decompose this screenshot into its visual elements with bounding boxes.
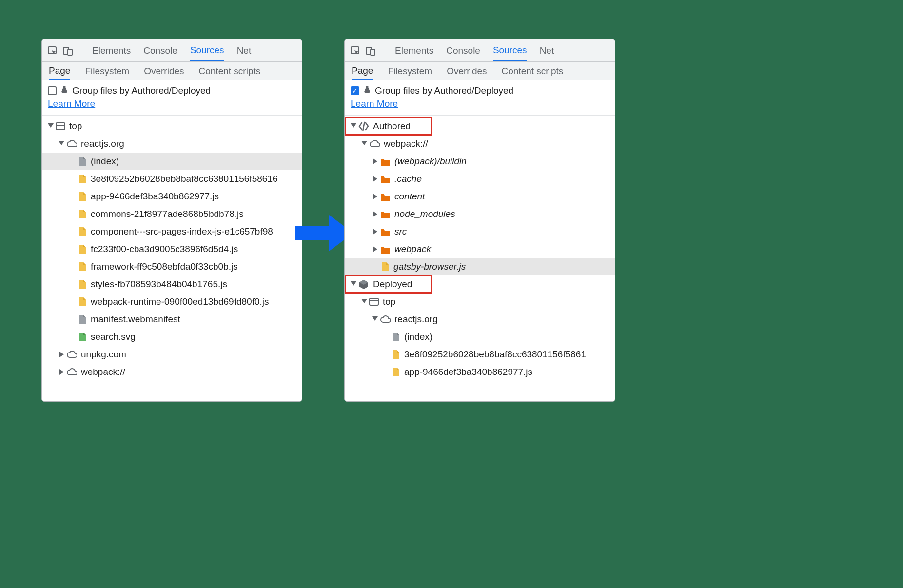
device-toggle-icon[interactable] bbox=[62, 45, 73, 56]
tree-file-index[interactable]: (index) bbox=[345, 328, 615, 346]
tree-label: unpkg.com bbox=[81, 349, 126, 360]
tree-file[interactable]: commons-21f8977ade868b5bdb78.js bbox=[42, 205, 302, 223]
subtab-filesystem[interactable]: Filesystem bbox=[85, 62, 129, 80]
tree-label: Deployed bbox=[373, 279, 412, 290]
tab-network-truncated[interactable]: Net bbox=[540, 39, 554, 61]
file-icon bbox=[77, 296, 87, 307]
separator bbox=[79, 45, 79, 56]
tree-label: component---src-pages-index-js-e1c657bf9… bbox=[91, 226, 273, 237]
folder-icon bbox=[380, 174, 391, 184]
tree-label: top bbox=[383, 296, 395, 307]
group-files-label: Group files by Authored/Deployed bbox=[375, 84, 513, 98]
learn-more-link[interactable]: Learn More bbox=[48, 98, 95, 109]
file-icon bbox=[77, 261, 87, 272]
device-toggle-icon[interactable] bbox=[365, 45, 376, 56]
tree-file-manifest[interactable]: manifest.webmanifest bbox=[42, 311, 302, 328]
group-files-checkbox[interactable] bbox=[48, 86, 57, 95]
tree-file[interactable]: component---src-pages-index-js-e1c657bf9… bbox=[42, 223, 302, 240]
inspect-icon[interactable] bbox=[350, 45, 360, 56]
learn-more-link[interactable]: Learn More bbox=[351, 98, 398, 109]
folder-icon bbox=[380, 244, 391, 254]
window-icon bbox=[369, 297, 379, 307]
tree-label: search.svg bbox=[91, 332, 136, 342]
tree-domain[interactable]: reactjs.org bbox=[42, 135, 302, 153]
tree-label: 3e8f09252b6028beb8baf8cc63801156f58616 bbox=[91, 174, 278, 184]
devtools-topbar: Elements Console Sources Net bbox=[42, 39, 302, 62]
subtab-content-scripts[interactable]: Content scripts bbox=[199, 62, 261, 80]
tree-top[interactable]: top bbox=[42, 118, 302, 135]
tree-label: src bbox=[394, 226, 407, 237]
tab-sources[interactable]: Sources bbox=[190, 40, 224, 62]
tab-console[interactable]: Console bbox=[143, 39, 177, 61]
group-deployed[interactable]: Deployed bbox=[345, 275, 432, 293]
chevron-down-icon bbox=[351, 281, 356, 287]
chevron-right-icon bbox=[59, 369, 64, 375]
tree-label: (index) bbox=[404, 332, 432, 342]
tree-label: app-9466def3ba340b862977.js bbox=[91, 191, 219, 202]
folder-icon bbox=[380, 157, 391, 166]
subtab-content-scripts[interactable]: Content scripts bbox=[502, 62, 564, 80]
file-icon bbox=[391, 367, 400, 377]
tree-file[interactable]: framework-ff9c508ebfda0f33cb0b.js bbox=[42, 258, 302, 275]
folder-icon bbox=[380, 192, 391, 201]
tree-label: 3e8f09252b6028beb8baf8cc63801156f5861 bbox=[404, 349, 586, 360]
subtab-page[interactable]: Page bbox=[352, 62, 373, 80]
window-icon bbox=[56, 121, 65, 131]
group-files-label: Group files by Authored/Deployed bbox=[72, 84, 211, 98]
tab-elements[interactable]: Elements bbox=[395, 39, 433, 61]
devtools-topbar: Elements Console Sources Net bbox=[345, 39, 615, 62]
tree-file[interactable]: styles-fb708593b484b04b1765.js bbox=[42, 275, 302, 293]
subtab-overrides[interactable]: Overrides bbox=[447, 62, 487, 80]
tree-folder[interactable]: content bbox=[345, 188, 615, 205]
sources-subbar: Page Filesystem Overrides Content script… bbox=[42, 62, 302, 80]
tree-file-svg[interactable]: search.svg bbox=[42, 328, 302, 346]
chevron-down-icon bbox=[59, 141, 64, 147]
inspect-icon[interactable] bbox=[47, 45, 58, 56]
tree-domain-unpkg[interactable]: unpkg.com bbox=[42, 346, 302, 363]
tree-file-gatsby[interactable]: gatsby-browser.js bbox=[345, 258, 615, 275]
file-icon bbox=[77, 156, 87, 167]
tree-top[interactable]: top bbox=[345, 293, 615, 311]
tree-folder[interactable]: src bbox=[345, 223, 615, 240]
group-authored[interactable]: Authored bbox=[345, 118, 432, 135]
tree-file[interactable]: app-9466def3ba340b862977.js bbox=[42, 188, 302, 205]
flask-icon bbox=[60, 84, 68, 98]
tree-domain[interactable]: reactjs.org bbox=[345, 311, 615, 328]
grouping-toolbar: Group files by Authored/Deployed Learn M… bbox=[42, 80, 302, 116]
tab-elements[interactable]: Elements bbox=[92, 39, 131, 61]
tree-file[interactable]: 3e8f09252b6028beb8baf8cc63801156f58616 bbox=[42, 170, 302, 188]
tree-file[interactable]: webpack-runtime-090f00ed13bd69fd80f0.js bbox=[42, 293, 302, 311]
tree-domain-webpack[interactable]: webpack:// bbox=[42, 363, 302, 381]
tree-label: node_modules bbox=[394, 209, 455, 219]
tab-console[interactable]: Console bbox=[446, 39, 480, 61]
subtab-page[interactable]: Page bbox=[49, 62, 70, 80]
file-icon bbox=[391, 349, 400, 360]
tree-folder[interactable]: .cache bbox=[345, 170, 615, 188]
tab-network-truncated[interactable]: Net bbox=[237, 39, 252, 61]
tree-webpack[interactable]: webpack:// bbox=[345, 135, 615, 153]
subtab-overrides[interactable]: Overrides bbox=[144, 62, 184, 80]
tree-folder[interactable]: node_modules bbox=[345, 205, 615, 223]
folder-icon bbox=[380, 227, 391, 236]
tree-file-index[interactable]: (index) bbox=[42, 153, 302, 170]
cloud-icon bbox=[66, 350, 77, 359]
chevron-right-icon bbox=[372, 158, 378, 164]
box-icon bbox=[358, 279, 369, 290]
chevron-down-icon bbox=[351, 123, 356, 129]
sources-subbar: Page Filesystem Overrides Content script… bbox=[345, 62, 615, 80]
tree-label: Authored bbox=[373, 121, 411, 132]
tree-folder[interactable]: webpack bbox=[345, 240, 615, 258]
tree-label: gatsby-browser.js bbox=[393, 261, 466, 272]
tree-folder[interactable]: (webpack)/buildin bbox=[345, 153, 615, 170]
tree-file[interactable]: app-9466def3ba340b862977.js bbox=[345, 363, 615, 381]
tree-file[interactable]: 3e8f09252b6028beb8baf8cc63801156f5861 bbox=[345, 346, 615, 363]
group-files-checkbox[interactable]: ✓ bbox=[351, 86, 359, 95]
tree-label: top bbox=[69, 121, 82, 132]
file-icon bbox=[77, 209, 87, 219]
tree-file[interactable]: fc233f00-cba3d9005c3896f6d5d4.js bbox=[42, 240, 302, 258]
subtab-filesystem[interactable]: Filesystem bbox=[388, 62, 432, 80]
tab-sources[interactable]: Sources bbox=[493, 40, 527, 62]
folder-icon bbox=[380, 209, 391, 219]
tree-label: webpack bbox=[394, 244, 431, 255]
chevron-right-icon bbox=[59, 352, 64, 357]
